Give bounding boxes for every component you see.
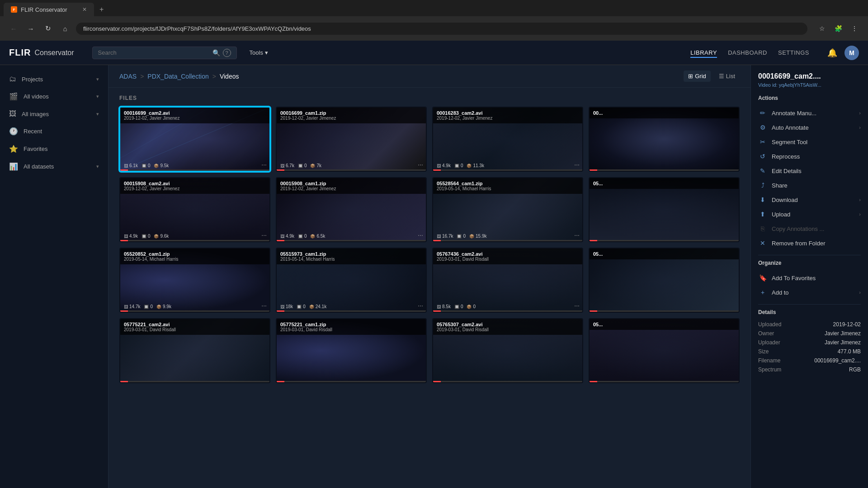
nav-link-dashboard[interactable]: DASHBOARD [728,47,767,58]
sidebar-item-all-videos[interactable]: 🎬 All videos ▾ [0,88,108,105]
search-input[interactable] [98,49,212,56]
sidebar-item-all-datasets[interactable]: 📊 All datasets ▾ [0,158,108,175]
stat-size: 📦 9.9k [156,304,171,309]
progress-bar [433,169,582,171]
video-info: 05765307_cam2.avi 2019-03-01, David Risd… [433,319,582,335]
frames-icon: 🖼 [124,164,128,168]
card-menu-button[interactable]: ··· [261,161,267,168]
video-info: 00016699_cam1.zip 2019-12-02, Javier Jim… [277,108,426,123]
sidebar-item-all-images[interactable]: 🖼 All images ▾ [0,105,108,122]
organize-item[interactable]: 🔖 Add To Favorites [758,271,861,285]
video-title: 00016283_cam2.avi [437,110,579,116]
video-card[interactable]: 05... [589,318,740,383]
search-icon[interactable]: 🔍 [212,49,220,56]
breadcrumb: ADAS > PDX_Data_Collection > Videos [119,73,239,80]
help-icon[interactable]: ? [223,49,231,57]
action-arrow-icon: › [859,125,861,130]
sidebar-item-label: All images [22,111,91,117]
action-item[interactable]: ⬆ Upload › [758,207,861,221]
card-menu-button[interactable]: ··· [574,161,580,168]
video-card[interactable]: 00015908_cam2.avi 2019-12-02, Javier Jim… [119,177,270,242]
video-card[interactable]: 05775221_cam1.zip 2019-03-01, David Risd… [276,318,427,383]
video-card[interactable]: 05515973_cam1.zip 2019-05-14, Michael Ha… [276,248,427,313]
sidebar-item-projects[interactable]: 🗂 Projects ▾ [0,70,108,88]
tools-label: Tools [250,49,263,56]
progress-fill [120,381,128,382]
stat-size: 📦 9.5k [154,163,169,168]
tools-button[interactable]: Tools ▾ [250,49,268,56]
right-panel: 00016699_cam2.... Video id: yqAebjYhT5Ai… [750,65,868,488]
annotations-icon: 🔲 [297,305,302,309]
organize-icon: + [758,288,767,297]
forward-button[interactable]: → [24,22,37,35]
video-card[interactable]: 05765307_cam2.avi 2019-03-01, David Risd… [432,318,583,383]
video-meta: 2019-05-14, Michael Harris [280,257,422,262]
app: FLIR Conservator 🔍 ? Tools ▾ LIBRARY DAS… [0,41,868,488]
bookmark-button[interactable]: ☆ [816,22,828,35]
active-tab[interactable]: F FLIR Conservator ✕ [4,3,94,16]
breadcrumb-adas[interactable]: ADAS [119,73,137,80]
browser-tabs: F FLIR Conservator ✕ + [0,0,868,16]
projects-icon: 🗂 [9,75,16,83]
video-card[interactable]: 00016283_cam2.avi 2019-12-02, Javier Jim… [432,107,583,172]
details-list: Uploaded 2019-12-02 Owner Javier Jimenez… [758,320,861,374]
nav-link-library[interactable]: LIBRARY [690,47,717,58]
video-card[interactable]: 05775221_cam2.avi 2019-03-01, David Risd… [119,318,270,383]
address-bar[interactable] [76,23,807,35]
stat-frames: 🖼 6.7k [280,163,294,168]
card-menu-button[interactable]: ··· [261,302,267,309]
video-card[interactable]: 00... [589,107,740,172]
user-avatar[interactable]: M [844,46,859,60]
video-card[interactable]: 00015908_cam1.zip 2019-12-02, Javier Jim… [276,177,427,242]
stat-size: 📦 7k [310,163,321,168]
video-thumbnail: 05765307_cam2.avi 2019-03-01, David Risd… [433,319,582,382]
close-tab-button[interactable]: ✕ [82,6,87,13]
video-title: 05515973_cam1.zip [280,251,422,257]
frames-icon: 🖼 [280,234,284,239]
notifications-button[interactable]: 🔔 [827,48,837,58]
video-card[interactable]: 05528564_cam1.zip 2019-05-14, Michael Ha… [432,177,583,242]
annotations-icon: 🔲 [142,234,146,239]
details-value: 00016699_cam2.... [814,357,861,364]
video-card[interactable]: 05... [589,248,740,313]
card-menu-button[interactable]: ··· [574,231,580,239]
video-card[interactable]: 05... [589,177,740,242]
video-thumbnail: 05775221_cam2.avi 2019-03-01, David Risd… [120,319,269,382]
action-item[interactable]: ⚙ Auto Annotate › [758,120,861,135]
action-item[interactable]: ⬇ Download › [758,192,861,207]
stat-annotations: 🔲 0 [142,234,151,239]
extensions-button[interactable]: 🧩 [832,22,844,35]
grid-view-button[interactable]: ⊞ Grid [684,70,711,82]
list-view-button[interactable]: ☰ List [714,70,740,82]
main-content: 🗂 Projects ▾ 🎬 All videos ▾ 🖼 All images… [0,65,868,488]
action-item[interactable]: ⤴ Share [758,178,861,192]
action-item[interactable]: ✕ Remove from Folder [758,236,861,250]
card-menu-button[interactable]: ··· [418,231,423,239]
card-menu-button[interactable]: ··· [574,302,580,309]
video-card[interactable]: 05767436_cam2.avi 2019-03-01, David Risd… [432,248,583,313]
card-menu-button[interactable]: ··· [261,231,267,239]
nav-link-settings[interactable]: SETTINGS [778,47,809,58]
action-item[interactable]: ✏ Annotate Manu... › [758,106,861,120]
card-menu-button[interactable]: ··· [418,302,423,309]
details-row: Spectrum RGB [758,365,861,374]
size-icon: 📦 [310,234,315,239]
breadcrumb-collection[interactable]: PDX_Data_Collection [147,73,208,80]
refresh-button[interactable]: ↻ [42,22,54,35]
progress-fill [433,169,441,171]
back-button[interactable]: ← [7,22,20,35]
action-item[interactable]: ↺ Reprocess [758,149,861,164]
video-card[interactable]: 00016699_cam2.avi 2019-12-02, Javier Jim… [119,107,270,172]
card-menu-button[interactable]: ··· [418,161,423,168]
sidebar-item-favorites[interactable]: ⭐ Favorites [0,140,108,158]
action-item[interactable]: ✂ Segment Tool [758,135,861,149]
action-item[interactable]: ✎ Edit Details [758,164,861,178]
home-button[interactable]: ⌂ [59,22,71,35]
sidebar-item-recent[interactable]: 🕐 Recent [0,122,108,140]
video-card[interactable]: 05520852_cam1.zip 2019-05-14, Michael Ha… [119,248,270,313]
organize-item[interactable]: + Add to › [758,285,861,300]
video-card[interactable]: 00016699_cam1.zip 2019-12-02, Javier Jim… [276,107,427,172]
new-tab-button[interactable]: + [96,3,107,16]
sidebar: 🗂 Projects ▾ 🎬 All videos ▾ 🖼 All images… [0,65,108,488]
settings-button[interactable]: ⋮ [848,22,861,35]
